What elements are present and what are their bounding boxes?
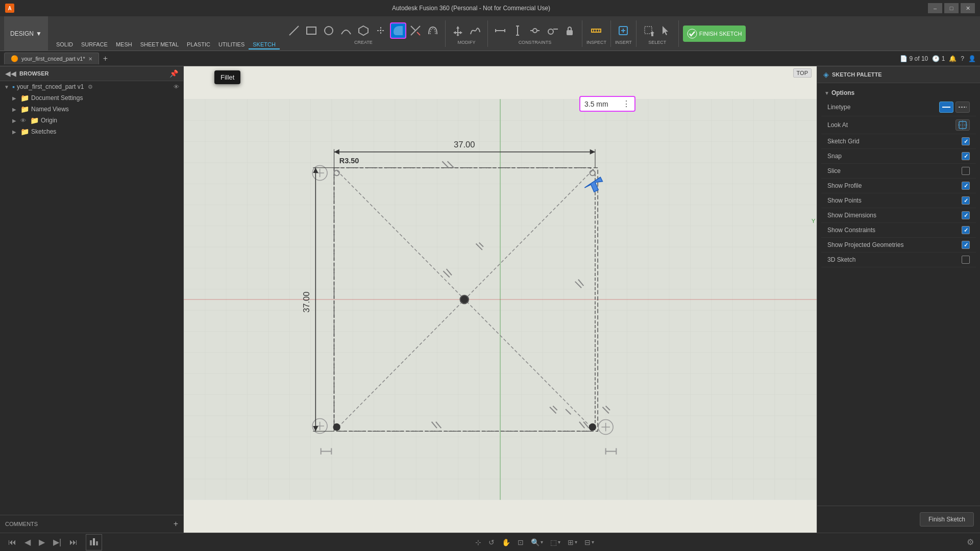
- palette-row-slice: Slice: [821, 164, 976, 179]
- tool-circle[interactable]: [321, 22, 337, 39]
- title-bar: A Autodesk Fusion 360 (Personal - Not fo…: [0, 0, 980, 16]
- tree-item-root[interactable]: ▼ ▪ your_first_cnced_part v1 ⚙ 👁: [0, 81, 183, 92]
- comments-add-icon[interactable]: +: [174, 519, 178, 529]
- svg-rect-22: [567, 30, 573, 35]
- grid-button[interactable]: ⊟▾: [582, 537, 597, 548]
- maximize-button[interactable]: □: [944, 3, 959, 13]
- browser-collapse-button[interactable]: ◀◀: [5, 69, 16, 78]
- fillet-input-box[interactable]: ⋮: [579, 96, 635, 112]
- tab-surface[interactable]: SURFACE: [77, 40, 112, 49]
- add-tab-button[interactable]: +: [99, 54, 112, 63]
- sketch-palette-panel: ◈ SKETCH PALETTE ▼ Options Linetype: [817, 66, 980, 533]
- sketch-viewport[interactable]: 37.00 37.00 R3.50 Y X: [184, 66, 817, 533]
- tool-spline[interactable]: [467, 22, 483, 39]
- palette-row-linetype: Linetype: [821, 98, 976, 116]
- tab-plastic[interactable]: PLASTIC: [183, 40, 214, 49]
- palette-row-show-projected: Show Projected Geometries ✓: [821, 238, 976, 253]
- svg-rect-101: [96, 541, 98, 545]
- tool-select[interactable]: [641, 22, 657, 39]
- show-projected-checkbox[interactable]: ✓: [962, 241, 970, 249]
- root-settings-icon: ⚙: [88, 84, 93, 90]
- palette-header: ◈ SKETCH PALETTE: [817, 66, 980, 83]
- linetype-solid-button[interactable]: [939, 102, 953, 113]
- show-profile-label: Show Profile: [827, 182, 962, 189]
- tool-project[interactable]: [373, 22, 389, 39]
- tool-cursor[interactable]: [658, 22, 674, 39]
- canvas-area[interactable]: Fillet TOP ⋮: [184, 66, 817, 533]
- tool-coincident[interactable]: [527, 22, 543, 39]
- fillet-menu-button[interactable]: ⋮: [622, 99, 630, 109]
- tool-fillet[interactable]: [390, 22, 406, 39]
- tool-polygon[interactable]: [355, 22, 372, 39]
- show-profile-checkbox[interactable]: ✓: [962, 182, 970, 190]
- fillet-value-input[interactable]: [584, 100, 620, 108]
- pan-button[interactable]: ✋: [499, 537, 513, 548]
- tree-item-named-views[interactable]: ▶ 📁 Named Views: [0, 104, 183, 115]
- tab-sheet-metal[interactable]: SHEET METAL: [136, 40, 183, 49]
- tree-item-origin[interactable]: ▶ 👁 📁 Origin: [0, 115, 183, 126]
- browser-pin-button[interactable]: 📌: [169, 69, 178, 78]
- lookat-button[interactable]: [955, 119, 970, 131]
- show-points-checkbox[interactable]: ✓: [962, 196, 970, 205]
- tool-line[interactable]: [286, 22, 302, 39]
- tool-tangent[interactable]: [544, 22, 560, 39]
- finish-sketch-button[interactable]: FINISH SKETCH: [683, 26, 746, 42]
- tool-vertical[interactable]: [509, 22, 526, 39]
- tab-utilities[interactable]: UTILITIES: [214, 40, 249, 49]
- snap-label: Snap: [827, 153, 962, 160]
- constraints-label: CONSTRAINTS: [519, 40, 552, 45]
- comments-bar[interactable]: COMMENTS +: [0, 515, 183, 533]
- sketch-grid-checkbox[interactable]: ✓: [962, 137, 970, 145]
- skip-to-end-button[interactable]: ⏭: [67, 537, 80, 548]
- slice-checkbox[interactable]: [962, 167, 970, 175]
- settings-button[interactable]: ⚙: [967, 537, 974, 547]
- snap-canvas-button[interactable]: ⊹: [473, 537, 484, 548]
- tab-sketch[interactable]: SKETCH: [249, 40, 280, 49]
- bell-icon: 🔔: [949, 55, 957, 62]
- orbit-button[interactable]: ↺: [486, 537, 497, 548]
- tool-trim[interactable]: [407, 22, 424, 39]
- zoom-button[interactable]: 🔍▾: [528, 537, 546, 548]
- doc-settings-chevron: ▶: [12, 95, 18, 101]
- tree-item-sketches[interactable]: ▶ 📁 Sketches: [0, 126, 183, 137]
- design-dropdown-button[interactable]: DESIGN ▼: [4, 16, 48, 51]
- 3d-sketch-checkbox[interactable]: [962, 256, 970, 264]
- view-cube-button[interactable]: ⬚▾: [548, 537, 563, 548]
- tool-lock[interactable]: [561, 22, 578, 39]
- step-back-button[interactable]: ◀: [22, 536, 33, 548]
- palette-row-show-profile: Show Profile ✓: [821, 179, 976, 193]
- fit-button[interactable]: ⊡: [515, 537, 526, 548]
- timeline-icon[interactable]: [86, 534, 102, 550]
- file-tab[interactable]: 🟠 your_first_cnced_part v1* ✕: [4, 53, 99, 64]
- show-dimensions-checkbox[interactable]: ✓: [962, 211, 970, 219]
- file-tab-close[interactable]: ✕: [88, 56, 92, 62]
- step-forward-button[interactable]: ▶|: [51, 536, 63, 548]
- tool-offset[interactable]: [425, 22, 441, 39]
- toolbar-insert-section: INSERT: [611, 20, 636, 47]
- origin-label: Origin: [41, 117, 57, 124]
- tool-move[interactable]: [450, 22, 466, 39]
- display-settings-button[interactable]: ⊞▾: [565, 537, 580, 548]
- tool-measure[interactable]: [588, 22, 604, 39]
- tool-insert[interactable]: [615, 22, 631, 39]
- tree-item-doc-settings[interactable]: ▶ 📁 Document Settings: [0, 92, 183, 104]
- snap-checkbox[interactable]: ✓: [962, 152, 970, 160]
- linetype-dashed-button[interactable]: [955, 102, 970, 113]
- tool-arc[interactable]: [338, 22, 354, 39]
- tab-mesh[interactable]: MESH: [112, 40, 136, 49]
- tool-horizontal[interactable]: [492, 22, 508, 39]
- close-button[interactable]: ✕: [961, 3, 975, 13]
- sketches-label: Sketches: [31, 128, 56, 135]
- minimize-button[interactable]: –: [928, 3, 942, 13]
- options-section-header[interactable]: ▼ Options: [821, 87, 976, 98]
- named-views-label: Named Views: [31, 106, 69, 113]
- insert-label: INSERT: [615, 40, 632, 45]
- skip-to-start-button[interactable]: ⏮: [6, 537, 18, 548]
- origin-eye-icon: 👁: [20, 117, 26, 123]
- breadcrumb-count: 📄 9 of 10: [900, 55, 928, 62]
- tab-solid[interactable]: SOLID: [52, 40, 77, 49]
- show-constraints-checkbox[interactable]: ✓: [962, 226, 970, 234]
- finish-sketch-palette-button[interactable]: Finish Sketch: [920, 512, 974, 527]
- tool-rectangle[interactable]: [303, 22, 320, 39]
- play-button[interactable]: ▶: [37, 536, 47, 548]
